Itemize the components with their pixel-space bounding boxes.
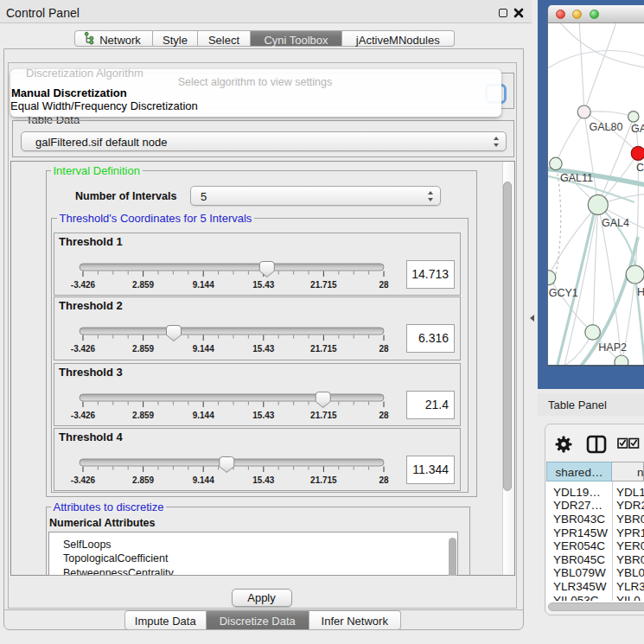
svg-text:28: 28	[379, 475, 389, 485]
svg-text:HAP2: HAP2	[598, 341, 627, 354]
svg-text:15.43: 15.43	[252, 344, 274, 354]
svg-text:GCY1: GCY1	[549, 287, 578, 299]
svg-text:2.859: 2.859	[132, 411, 154, 420]
svg-text:-3.426: -3.426	[71, 344, 96, 354]
svg-text:-3.426: -3.426	[71, 411, 96, 420]
svg-text:C: C	[636, 162, 644, 174]
svg-text:21.715: 21.715	[310, 475, 337, 485]
svg-text:28: 28	[379, 280, 389, 290]
svg-text:2.859: 2.859	[132, 280, 154, 290]
svg-text:GA: GA	[631, 123, 644, 135]
svg-text:2.859: 2.859	[132, 344, 154, 354]
svg-text:H: H	[637, 286, 644, 298]
svg-text:28: 28	[379, 344, 389, 354]
svg-text:-3.426: -3.426	[71, 280, 96, 290]
svg-text:15.43: 15.43	[252, 411, 274, 420]
svg-text:GAL80: GAL80	[590, 121, 623, 133]
svg-text:15.43: 15.43	[252, 475, 274, 485]
svg-text:9.144: 9.144	[193, 344, 214, 354]
svg-text:2.859: 2.859	[132, 475, 154, 485]
svg-text:15.43: 15.43	[252, 280, 274, 290]
svg-text:GAL11: GAL11	[560, 172, 593, 184]
svg-text:-3.426: -3.426	[71, 475, 96, 485]
svg-text:9.144: 9.144	[193, 280, 214, 290]
svg-text:9.144: 9.144	[193, 475, 214, 485]
svg-text:21.715: 21.715	[310, 411, 337, 420]
svg-text:28: 28	[379, 411, 389, 420]
svg-text:9.144: 9.144	[193, 411, 214, 420]
svg-text:GAL4: GAL4	[602, 217, 629, 229]
svg-text:21.715: 21.715	[310, 280, 337, 290]
svg-text:21.715: 21.715	[310, 344, 337, 354]
